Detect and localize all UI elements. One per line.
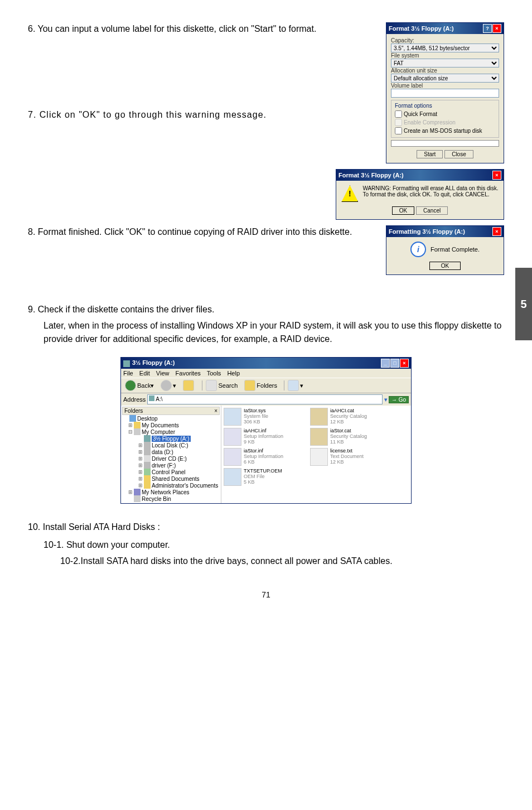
capacity-label: Capacity: [391,37,499,44]
step-7-text: 7. Click on "OK" to go through this warn… [28,108,375,122]
warning-dialog-title: Format 3½ Floppy (A:) [338,172,404,179]
msdos-label: Create an MS-DOS startup disk [404,128,482,134]
file-icon [224,468,241,486]
views-button[interactable]: ▾ [286,379,305,392]
allocation-label: Allocation unit size [391,68,499,74]
forward-icon [161,380,172,391]
up-button[interactable] [181,379,197,392]
views-icon [288,380,299,391]
tree-drivercd[interactable]: ⊞Driver CD (E:) [122,455,220,462]
file-icon [224,428,241,446]
close-icon[interactable]: × [400,359,409,368]
menu-view[interactable]: View [156,370,170,377]
quick-format-label: Quick Format [404,111,437,117]
floppy-icon [123,360,130,367]
tree-recycle[interactable]: Recycle Bin [122,495,220,502]
tree-shared[interactable]: ⊞Shared Documents [122,475,220,482]
tree-mynet[interactable]: ⊞My Network Places [122,489,220,495]
go-button[interactable]: → Go [389,396,409,403]
menu-tools[interactable]: Tools [207,370,221,377]
file-item[interactable]: iaAHCI.infSetup Information9 KB [224,428,310,446]
step-8-text: 8. Format finished. Click "OK" to contin… [28,225,375,239]
complete-dialog-title: Formatting 3½ Floppy (A:) [389,228,465,235]
tree-datad[interactable]: ⊞data (D:) [122,449,220,455]
floppy-icon [149,396,154,401]
chapter-tab: 5 [515,268,532,340]
file-item[interactable]: iaStor.infSetup Information6 KB [224,448,310,466]
menu-file[interactable]: File [123,370,133,377]
explorer-title: 3½ Floppy (A:) [132,359,175,366]
format-dialog-title: Format 3½ Floppy (A:) [389,25,454,32]
step-6-text: 6. You can input a volume label for this… [28,22,375,36]
close-icon[interactable]: × [492,227,501,236]
dropdown-icon[interactable]: ▾ [384,396,388,403]
forward-button[interactable]: ▾ [159,379,178,392]
file-icon [310,428,328,446]
warning-line1: WARNING: Formatting will erase ALL data … [362,185,498,191]
folders-header: Folders [124,408,143,414]
compression-label: Enable Compression [404,119,456,126]
tree-mycomputer[interactable]: ⊟My Computer [122,428,220,435]
folders-icon [244,380,255,391]
volume-label-input[interactable] [391,89,499,98]
tree-driverf[interactable]: ⊞driver (F:) [122,462,220,469]
start-button[interactable]: Start [417,150,443,158]
help-icon[interactable]: ? [483,24,492,33]
ok-button[interactable]: OK [392,206,414,215]
tree-mydocs[interactable]: ⊞My Documents [122,422,220,428]
search-icon [206,380,217,391]
folder-tree-pane: Folders× Desktop ⊞My Documents ⊟My Compu… [121,406,221,503]
address-input[interactable]: A:\ [147,394,383,404]
msdos-checkbox[interactable] [395,127,402,134]
file-item[interactable]: license.txtText Document12 KB [310,448,396,466]
tree-admin[interactable]: ⊞Administrator's Documents [122,482,220,489]
page-number: 71 [28,590,504,599]
quick-format-checkbox[interactable] [395,110,402,118]
format-dialog: Format 3½ Floppy (A:) ?× Capacity: 3.5",… [386,22,504,163]
warning-line2: To format the disk, click OK. To quit, c… [362,191,498,197]
file-item[interactable]: IaStor.sysSystem file306 KB [224,408,310,426]
warning-dialog: Format 3½ Floppy (A:) × ! WARNING: Forma… [336,169,504,220]
close-icon[interactable]: × [492,171,501,180]
tree-desktop[interactable]: Desktop [122,415,220,422]
step-10-1-text: 10-1. Shut down your computer. [28,538,504,552]
cancel-button[interactable]: Cancel [416,206,448,215]
tree-floppy[interactable]: 3½ Floppy (A:) [122,435,220,442]
close-icon[interactable]: × [492,24,501,33]
folders-button[interactable]: Folders [243,379,279,392]
search-button[interactable]: Search [204,379,239,392]
menu-help[interactable]: Help [227,370,240,377]
close-button[interactable]: Close [444,150,473,158]
menu-favorites[interactable]: Favorites [176,370,201,377]
minimize-icon[interactable]: _ [381,359,390,368]
compression-checkbox [395,119,402,126]
file-item[interactable]: iaAHCI.catSecurity Catalog12 KB [310,408,396,426]
back-button[interactable]: Back ▾ [123,379,156,392]
complete-message: Format Complete. [431,246,480,253]
close-pane-icon[interactable]: × [214,408,217,414]
step-9-text-b: Later, when in the process of installing… [28,319,504,346]
menu-bar: File Edit View Favorites Tools Help [121,369,411,378]
file-icon [310,448,328,466]
step-10-2-text: 10-2. Install SATA hard disks into the d… [28,555,504,568]
info-icon: i [410,242,426,257]
complete-dialog: Formatting 3½ Floppy (A:) × i Format Com… [386,225,504,275]
explorer-window: 3½ Floppy (A:) _□× File Edit View Favori… [120,357,412,504]
filesystem-label: File system [391,52,499,59]
format-options-title: Format options [395,103,495,109]
step-10-text: 10. Install Serial ATA Hard Disks : [28,520,504,534]
volume-label-label: Volume label [391,83,499,89]
filesystem-select[interactable]: FAT [391,59,499,68]
menu-edit[interactable]: Edit [139,370,150,377]
capacity-select[interactable]: 3.5", 1.44MB, 512 bytes/sector [391,44,499,52]
back-icon [125,380,136,391]
ok-button[interactable]: OK [429,262,461,270]
tree-cpanel[interactable]: ⊞Control Panel [122,469,220,475]
tree-localc[interactable]: ⊞Local Disk (C:) [122,442,220,449]
address-label: Address [123,396,146,403]
file-item[interactable]: TXTSETUP.OEMOEM File5 KB [224,468,310,486]
progress-bar [391,140,499,147]
maximize-icon[interactable]: □ [390,359,399,368]
allocation-select[interactable]: Default allocation size [391,74,499,83]
file-item[interactable]: iaStor.catSecurity Catalog11 KB [310,428,396,446]
